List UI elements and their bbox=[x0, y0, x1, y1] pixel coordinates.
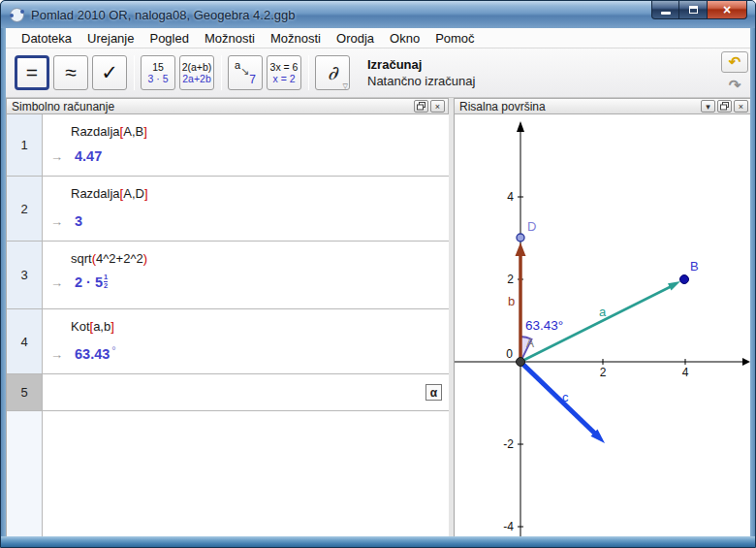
y-tick-label-neg2: -2 bbox=[503, 437, 514, 451]
menu-pomoc[interactable]: Pomoč bbox=[427, 31, 482, 46]
cas-row-4[interactable]: 4 Kot[a,b] →63.43° bbox=[7, 309, 449, 374]
chevron-down-icon: ▾ bbox=[706, 102, 710, 112]
output-arrow-icon: → bbox=[50, 275, 63, 290]
cas-panel-header[interactable]: Simbolno računanje × bbox=[6, 98, 449, 114]
tool-keep-input[interactable]: ✓ bbox=[92, 55, 127, 90]
app-icon bbox=[10, 8, 24, 22]
menu-datoteka[interactable]: Datoteka bbox=[14, 31, 79, 46]
maximize-icon bbox=[689, 6, 698, 14]
cas-row-1-output: →4.47 bbox=[50, 148, 102, 164]
output-arrow-icon: → bbox=[50, 149, 63, 164]
y-axis-arrow-icon bbox=[517, 121, 524, 132]
point-B-label: B bbox=[690, 259, 699, 274]
window-border-bottom bbox=[1, 536, 756, 547]
cas-row-2-input: Razdalja[A,D] bbox=[71, 186, 148, 201]
graphics-canvas[interactable]: 2 4 4 2 -2 -4 0 b a c 63.43° D bbox=[455, 114, 751, 536]
vector-b-arrowhead-icon bbox=[516, 242, 526, 256]
menu-moznosti-2[interactable]: Možnosti bbox=[263, 31, 329, 46]
tool-description: Izračunaj Natančno izračunaj bbox=[367, 57, 475, 88]
cas-row-3[interactable]: 3 sqrt(4^2+2^2) →2 · 512 bbox=[7, 242, 449, 309]
app-window: Pomlad 2010 OR, naloga08, Geogebra 4.2.g… bbox=[0, 0, 756, 548]
cas-row-2[interactable]: 2 Razdalja[A,D] →3 bbox=[7, 177, 449, 242]
cas-row-4-number[interactable]: 4 bbox=[7, 309, 43, 373]
tool-substitute[interactable]: a ↘ 7 bbox=[228, 55, 263, 90]
cas-row-2-cell[interactable]: Razdalja[A,D] →3 bbox=[43, 177, 449, 241]
cas-row-5[interactable]: 5 α bbox=[7, 374, 449, 411]
undo-button[interactable]: ↶ bbox=[721, 51, 748, 73]
toolbar-separator bbox=[308, 55, 309, 90]
cas-row-2-number[interactable]: 2 bbox=[7, 177, 43, 241]
window-title: Pomlad 2010 OR, naloga08, Geogebra 4.2.g… bbox=[31, 8, 295, 22]
title-bar[interactable]: Pomlad 2010 OR, naloga08, Geogebra 4.2.g… bbox=[1, 1, 756, 28]
menu-urejanje[interactable]: Urejanje bbox=[79, 31, 142, 46]
greek-alpha-button[interactable]: α bbox=[425, 384, 442, 401]
cas-row-1-number[interactable]: 1 bbox=[7, 114, 43, 176]
cas-number-column bbox=[7, 411, 43, 538]
tool-subtitle: Natančno izračunaj bbox=[367, 74, 475, 88]
vector-c[interactable] bbox=[520, 362, 596, 435]
window-border-right bbox=[750, 28, 755, 548]
output-arrow-icon: → bbox=[50, 214, 63, 229]
point-A[interactable] bbox=[517, 358, 525, 367]
menu-okno[interactable]: Okno bbox=[382, 31, 427, 46]
tool-expand[interactable]: 2(a+b) 2a+2b bbox=[179, 55, 214, 90]
cas-row-3-output: →2 · 512 bbox=[50, 274, 108, 297]
undo-icon: ↶ bbox=[729, 53, 741, 70]
x-tick-label-4: 4 bbox=[682, 366, 689, 379]
cas-row-1-input: Razdalja[A,B] bbox=[71, 124, 147, 139]
point-D-label: D bbox=[527, 219, 536, 234]
vector-c-label: c bbox=[562, 390, 569, 404]
cas-close-button[interactable]: × bbox=[430, 100, 445, 113]
cas-empty-area[interactable] bbox=[7, 411, 449, 538]
cas-row-5-number[interactable]: 5 bbox=[7, 374, 43, 410]
substitute-arrow-icon: ↘ bbox=[240, 65, 249, 77]
window-border-left bbox=[1, 28, 6, 548]
cas-row-4-output: →63.43° bbox=[50, 346, 116, 362]
cas-restore-button[interactable] bbox=[414, 100, 428, 113]
toolbar-separator bbox=[221, 55, 222, 90]
cas-row-2-output: →3 bbox=[50, 213, 82, 229]
origin-label: 0 bbox=[506, 347, 513, 361]
minimize-icon bbox=[661, 12, 671, 15]
y-tick-label-2: 2 bbox=[507, 273, 514, 286]
tool-evaluate-exact[interactable]: = bbox=[15, 55, 49, 90]
graphics-close-button[interactable]: × bbox=[734, 100, 748, 113]
maximize-button[interactable] bbox=[679, 1, 707, 19]
close-icon: × bbox=[723, 3, 731, 16]
redo-icon: ↷ bbox=[729, 77, 741, 93]
toolbar-separator bbox=[134, 55, 135, 90]
tool-derivative[interactable]: ∂ ▽ bbox=[315, 55, 350, 90]
point-A-label: A bbox=[526, 337, 534, 350]
angle-value-label: 63.43° bbox=[525, 318, 563, 333]
close-button[interactable]: × bbox=[707, 1, 747, 19]
minimize-button[interactable] bbox=[651, 1, 679, 19]
menu-orodja[interactable]: Orodja bbox=[329, 31, 382, 46]
tool-evaluate-numeric[interactable]: ≈ bbox=[53, 55, 88, 90]
tool-solve[interactable]: 3x = 6 x = 2 bbox=[267, 55, 301, 90]
vector-b-label: b bbox=[508, 294, 515, 308]
close-icon: × bbox=[435, 102, 440, 112]
tool-factor[interactable]: 15 3 · 5 bbox=[141, 55, 175, 90]
cas-row-1[interactable]: 1 Razdalja[A,B] →4.47 bbox=[7, 114, 449, 177]
redo-button[interactable]: ↷ bbox=[721, 75, 748, 96]
cas-row-4-input: Kot[a,b] bbox=[71, 319, 114, 334]
menu-bar: Datoteka Urejanje Pogled Možnosti Možnos… bbox=[6, 28, 752, 48]
cas-row-1-cell[interactable]: Razdalja[A,B] →4.47 bbox=[43, 114, 449, 176]
graphics-view[interactable]: 2 4 4 2 -2 -4 0 b a c 63.43° D bbox=[454, 114, 752, 538]
graphics-restore-button[interactable] bbox=[717, 100, 732, 113]
graphics-panel-header[interactable]: Risalna površina ▾ × bbox=[454, 98, 752, 114]
x-axis-arrow-icon bbox=[742, 358, 750, 366]
cas-row-3-input: sqrt(4^2+2^2) bbox=[71, 251, 147, 266]
vector-a-label: a bbox=[599, 305, 607, 319]
point-B[interactable] bbox=[680, 275, 689, 284]
menu-moznosti-1[interactable]: Možnosti bbox=[197, 31, 263, 46]
cas-row-3-number[interactable]: 3 bbox=[7, 242, 43, 308]
cas-row-3-cell[interactable]: sqrt(4^2+2^2) →2 · 512 bbox=[43, 242, 449, 308]
point-D[interactable] bbox=[517, 234, 524, 242]
menu-pogled[interactable]: Pogled bbox=[142, 31, 196, 46]
close-icon: × bbox=[739, 102, 743, 112]
cas-row-5-cell[interactable]: α bbox=[43, 374, 449, 410]
exponent-fraction: 12 bbox=[104, 274, 108, 289]
graphics-style-dropdown[interactable]: ▾ bbox=[701, 100, 715, 113]
cas-row-4-cell[interactable]: Kot[a,b] →63.43° bbox=[43, 309, 449, 373]
